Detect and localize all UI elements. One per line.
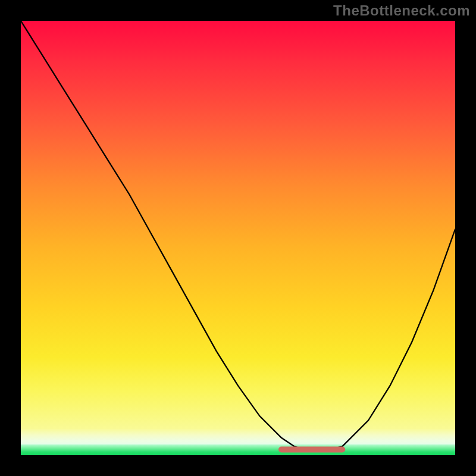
- plot-area: [21, 21, 455, 455]
- curve-svg: [21, 21, 455, 455]
- bottleneck-curve: [21, 21, 455, 451]
- attribution-text: TheBottleneck.com: [333, 2, 470, 19]
- chart-frame: TheBottleneck.com: [0, 0, 476, 476]
